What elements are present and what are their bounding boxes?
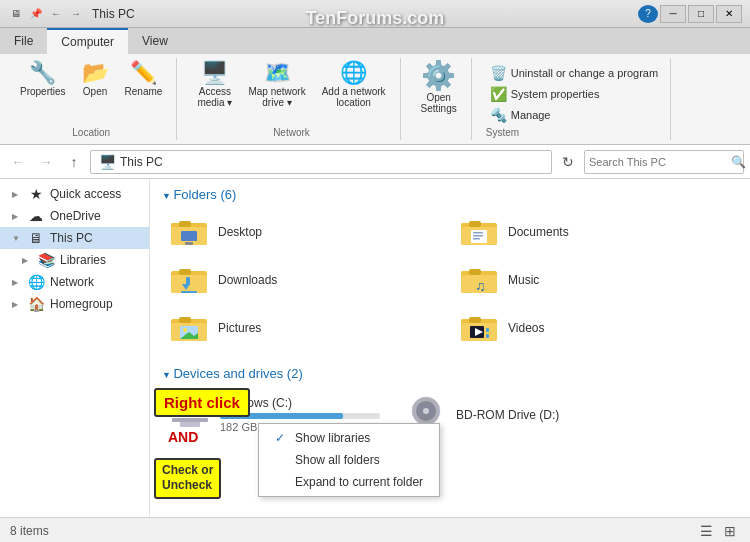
svg-rect-12: [473, 238, 480, 240]
svg-rect-8: [469, 221, 481, 227]
manage-icon: 🔩: [490, 107, 507, 123]
refresh-button[interactable]: ↻: [556, 150, 580, 174]
tab-view[interactable]: View: [128, 28, 182, 54]
sidebar-item-network[interactable]: ▶ 🌐 Network: [0, 271, 149, 293]
svg-rect-35: [486, 334, 489, 338]
rename-button[interactable]: ✏️ Rename: [119, 60, 169, 99]
sidebar-item-libraries[interactable]: ▶ 📚 Libraries: [0, 249, 149, 271]
back-button[interactable]: ←: [6, 150, 30, 174]
sidebar-item-onedrive[interactable]: ▶ ☁ OneDrive: [0, 205, 149, 227]
svg-point-43: [423, 408, 429, 414]
settings-group-label: [437, 125, 440, 138]
folder-music[interactable]: ♫ Music: [452, 258, 738, 302]
folder-desktop[interactable]: Desktop: [162, 210, 448, 254]
svg-rect-10: [473, 232, 483, 234]
map-network-button[interactable]: 🗺️ Map networkdrive ▾: [242, 60, 311, 110]
close-button[interactable]: ✕: [716, 5, 742, 23]
folder-downloads-icon: [170, 264, 210, 296]
expand-arrow-libraries: ▶: [22, 256, 32, 265]
quick-access-icon[interactable]: 📌: [28, 6, 44, 22]
search-input[interactable]: [589, 156, 727, 168]
devices-section-header[interactable]: Devices and drives (2): [162, 366, 738, 381]
search-box: 🔍: [584, 150, 744, 174]
properties-icon: 🔧: [29, 62, 56, 84]
window-title: This PC: [92, 7, 634, 21]
folder-desktop-label: Desktop: [218, 225, 262, 239]
expand-arrow-homegroup: ▶: [12, 300, 22, 309]
breadcrumb-icon: 🖥️: [99, 154, 116, 170]
folders-section-header[interactable]: Folders (6): [162, 187, 738, 202]
context-menu-expand-to-current[interactable]: Expand to current folder: [259, 471, 439, 493]
folder-pictures[interactable]: Pictures: [162, 306, 448, 350]
folder-downloads-svg: [171, 265, 209, 295]
uninstall-button[interactable]: 🗑️ Uninstall or change a program: [486, 64, 662, 82]
manage-button[interactable]: 🔩 Manage: [486, 106, 662, 124]
sidebar-item-quick-access[interactable]: ▶ ★ Quick access: [0, 183, 149, 205]
properties-label: Properties: [20, 86, 66, 97]
network-icon: 🌐: [28, 274, 44, 290]
check-icon-show-libraries: ✓: [275, 431, 289, 445]
map-network-label: Map networkdrive ▾: [248, 86, 305, 108]
folder-music-icon: ♫: [460, 264, 500, 296]
maximize-button[interactable]: □: [688, 5, 714, 23]
help-button[interactable]: ?: [638, 5, 658, 23]
view-details-button[interactable]: ☰: [696, 521, 716, 541]
open-settings-icon: ⚙️: [421, 62, 456, 90]
folder-videos-svg: [461, 313, 499, 343]
add-network-button[interactable]: 🌐 Add a networklocation: [316, 60, 392, 110]
svg-text:♫: ♫: [475, 278, 486, 294]
folder-documents-svg: [461, 217, 499, 247]
folder-downloads[interactable]: Downloads: [162, 258, 448, 302]
sidebar-item-homegroup[interactable]: ▶ 🏠 Homegroup: [0, 293, 149, 315]
tab-computer[interactable]: Computer: [47, 28, 128, 54]
annotation-check: Check or Uncheck: [154, 458, 221, 499]
ribbon-tabs: File Computer View: [0, 28, 750, 54]
access-media-button[interactable]: 🖥️ Accessmedia ▾: [191, 60, 238, 110]
forward-icon[interactable]: →: [68, 6, 84, 22]
svg-rect-3: [179, 221, 191, 227]
title-bar: 🖥 📌 ← → This PC ? ─ □ ✕: [0, 0, 750, 28]
folder-desktop-svg: [171, 217, 209, 247]
system-properties-button[interactable]: ✅ System properties: [486, 85, 662, 103]
context-menu-show-all-folders[interactable]: Show all folders: [259, 449, 439, 471]
forward-button[interactable]: →: [34, 150, 58, 174]
ribbon-group-items-network: 🖥️ Accessmedia ▾ 🗺️ Map networkdrive ▾ 🌐…: [191, 60, 391, 125]
ribbon-group-system: 🗑️ Uninstall or change a program ✅ Syste…: [478, 58, 671, 140]
folder-videos[interactable]: Videos: [452, 306, 738, 350]
properties-button[interactable]: 🔧 Properties: [14, 60, 72, 99]
folder-documents-icon: [460, 216, 500, 248]
tab-file[interactable]: File: [0, 28, 47, 54]
ribbon-group-items-location: 🔧 Properties 📂 Open ✏️ Rename: [14, 60, 168, 125]
libraries-icon: 📚: [38, 252, 54, 268]
context-menu-show-libraries[interactable]: ✓ Show libraries: [259, 427, 439, 449]
annotation-and: AND: [168, 429, 198, 445]
annotation-check-line1: Check or: [162, 463, 213, 477]
check-icon-show-all-folders: [275, 453, 289, 467]
sidebar-item-this-pc[interactable]: ▼ 🖥 This PC: [0, 227, 149, 249]
sidebar-item-label-onedrive: OneDrive: [50, 209, 101, 223]
device-bdrom-name: BD-ROM Drive (D:): [456, 408, 610, 422]
content-area: Folders (6) Desktop: [150, 179, 750, 517]
up-button[interactable]: ↑: [62, 150, 86, 174]
folder-pictures-icon: [170, 312, 210, 344]
homegroup-icon: 🏠: [28, 296, 44, 312]
ribbon-group-settings: ⚙️ OpenSettings: [407, 58, 472, 140]
map-network-icon: 🗺️: [264, 62, 291, 84]
breadcrumb-text: This PC: [120, 155, 163, 169]
rename-icon: ✏️: [130, 62, 157, 84]
svg-rect-16: [186, 277, 190, 285]
open-button[interactable]: 📂 Open: [76, 60, 115, 99]
folder-documents[interactable]: Documents: [452, 210, 738, 254]
view-large-icons-button[interactable]: ⊞: [720, 521, 740, 541]
svg-rect-34: [486, 328, 489, 332]
svg-rect-18: [181, 291, 197, 293]
open-label: Open: [83, 86, 107, 97]
open-settings-button[interactable]: ⚙️ OpenSettings: [415, 60, 463, 116]
ribbon-body: 🔧 Properties 📂 Open ✏️ Rename Location 🖥…: [0, 54, 750, 144]
sidebar-item-label-quick-access: Quick access: [50, 187, 121, 201]
folder-music-label: Music: [508, 273, 539, 287]
access-media-label: Accessmedia ▾: [197, 86, 232, 108]
address-path[interactable]: 🖥️ This PC: [90, 150, 552, 174]
back-icon[interactable]: ←: [48, 6, 64, 22]
minimize-button[interactable]: ─: [660, 5, 686, 23]
